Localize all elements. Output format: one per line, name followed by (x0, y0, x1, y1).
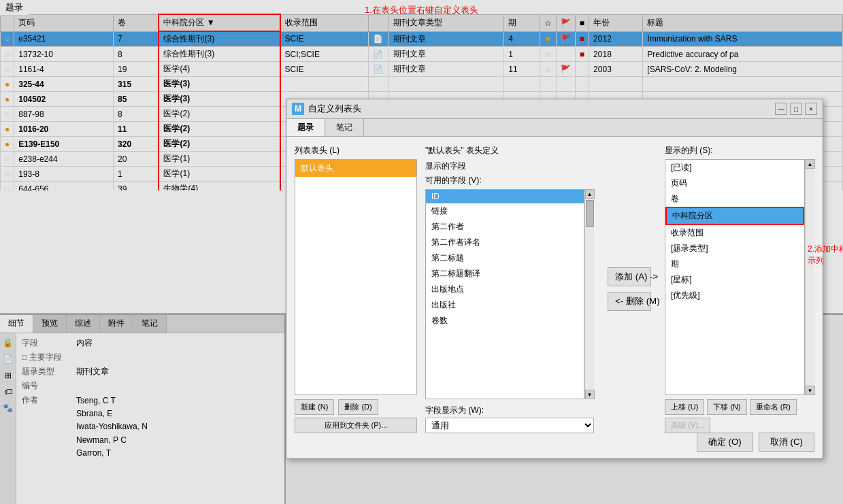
annotation-text: 2.添加中科院分区到显示列 (808, 243, 843, 267)
available-fields-box: ID 链接 第二作者 第二作者译名 第二标题 第二标题翻译 出版地点 出版社 卷… (425, 189, 584, 399)
panel-right-label: 显示的列 (S): (665, 145, 814, 156)
list-box: 默认表头 (295, 159, 417, 395)
field-item-link[interactable]: 链接 (426, 203, 584, 219)
modal-controls: — □ × (775, 103, 817, 115)
available-label: 可用的字段 (V): (425, 175, 594, 186)
col-item-zhongke[interactable]: 中科院分区 (665, 207, 804, 225)
btn-new[interactable]: 新建 (N) (295, 399, 334, 415)
btn-cancel[interactable]: 取消 (C) (759, 433, 814, 452)
panel-right: 显示的列 (S): [已读] 页码 卷 中科院分区 收录范围 [题录类型] 期 … (665, 145, 814, 433)
scroll-thumb[interactable] (586, 200, 594, 227)
field-item-pubplace[interactable]: 出版地点 (426, 282, 584, 297)
modal-tabs: 题录 笔记 (286, 119, 823, 137)
scroll-down-arrow[interactable]: ▼ (585, 390, 595, 399)
scroll-up-arrow[interactable]: ▲ (585, 189, 595, 199)
field-display-select[interactable]: 通用 (425, 418, 594, 433)
field-item-title2trans[interactable]: 第二标题翻译 (426, 266, 584, 282)
field-item-title2[interactable]: 第二标题 (426, 250, 584, 266)
field-item-volnum[interactable]: 卷数 (426, 313, 584, 329)
header-definition-label: "默认表头" 表头定义 (425, 145, 594, 156)
modal-logo: M (292, 103, 304, 115)
modal-maximize-btn[interactable]: □ (790, 103, 802, 115)
modal-minimize-btn[interactable]: — (775, 103, 787, 115)
list-item-default[interactable]: 默认表头 (295, 160, 416, 177)
modal-overlay: M 自定义列表头 — □ × 题录 笔记 列表表头 (L) (0, 0, 843, 504)
panel-left: 列表表头 (L) 默认表头 新建 (N) 删除 (D) 应用到文件夹 (P)..… (295, 145, 417, 433)
field-item-author2trans[interactable]: 第二作者译名 (426, 235, 584, 250)
modal-close-btn[interactable]: × (805, 103, 817, 115)
btn-ok[interactable]: 确定 (O) (697, 433, 753, 452)
panel-left-label: 列表表头 (L) (295, 145, 417, 156)
modal-titlebar: M 自定义列表头 — □ × (286, 99, 823, 119)
col-item-range[interactable]: 收录范围 (665, 225, 804, 241)
modal-tab-notes[interactable]: 笔记 (325, 119, 364, 136)
fields-label: 显示的字段 (425, 161, 594, 172)
field-item-publisher[interactable]: 出版社 (426, 297, 584, 313)
modal-footer: 确定 (O) 取消 (C) (697, 433, 814, 452)
btn-advanced[interactable]: 高级 (V)... (665, 418, 710, 433)
btn-apply[interactable]: 应用到文件夹 (P)... (295, 418, 417, 433)
btn-rename[interactable]: 重命名 (R) (750, 399, 797, 415)
panel-left-buttons: 新建 (N) 删除 (D) (295, 399, 417, 415)
col-item-vol[interactable]: 卷 (665, 191, 804, 207)
modal-tab-records[interactable]: 题录 (286, 119, 325, 136)
main-container: 题录 1.在表头位置右键自定义表头 页码 卷 中科院分区 ▼ 收录范围 期刊文章… (0, 0, 843, 504)
field-display-label: 字段显示为 (W): (425, 405, 594, 416)
btn-delete[interactable]: 删除 (D) (338, 399, 378, 415)
col-item-star[interactable]: [星标] (665, 272, 804, 288)
scrollbar-columns: ▲ ▼ (805, 159, 814, 395)
panel-right-buttons: 上移 (U) 下移 (N) 重命名 (R) 高级 (V)... (665, 399, 814, 433)
modal-body: 列表表头 (L) 默认表头 新建 (N) 删除 (D) 应用到文件夹 (P)..… (286, 137, 823, 441)
col-item-page[interactable]: 页码 (665, 175, 804, 191)
field-item-author2[interactable]: 第二作者 (426, 219, 584, 235)
col-item-rectype[interactable]: [题录类型] (665, 241, 804, 256)
field-item-id[interactable]: ID (426, 190, 584, 203)
col-item-priority[interactable]: [优先级] (665, 288, 804, 303)
panel-middle-bottom: 字段显示为 (W): 通用 (425, 405, 594, 433)
panel-middle: "默认表头" 表头定义 显示的字段 可用的字段 (V): ID 链接 第二作者 … (425, 145, 594, 433)
display-columns-box: [已读] 页码 卷 中科院分区 收录范围 [题录类型] 期 [星标] [优先级] (665, 159, 805, 395)
scroll-cols-up[interactable]: ▲ (806, 159, 815, 169)
btn-down[interactable]: 下移 (N) (707, 399, 746, 415)
modal-dialog: M 自定义列表头 — □ × 题录 笔记 列表表头 (L) (286, 99, 823, 459)
btn-remove[interactable]: <- 删除 (M) (608, 292, 651, 311)
modal-title-text: 自定义列表头 (308, 103, 361, 115)
modal-title: M 自定义列表头 (292, 103, 361, 115)
panel-actions: 添加 (A) -> <- 删除 (M) (602, 145, 657, 433)
scroll-cols-down[interactable]: ▼ (806, 386, 815, 395)
col-item-read[interactable]: [已读] (665, 160, 804, 175)
col-item-issue[interactable]: 期 (665, 256, 804, 272)
btn-add[interactable]: 添加 (A) -> (608, 267, 651, 286)
scrollbar-available: ▲ ▼ (584, 189, 594, 399)
btn-up[interactable]: 上移 (U) (665, 399, 704, 415)
